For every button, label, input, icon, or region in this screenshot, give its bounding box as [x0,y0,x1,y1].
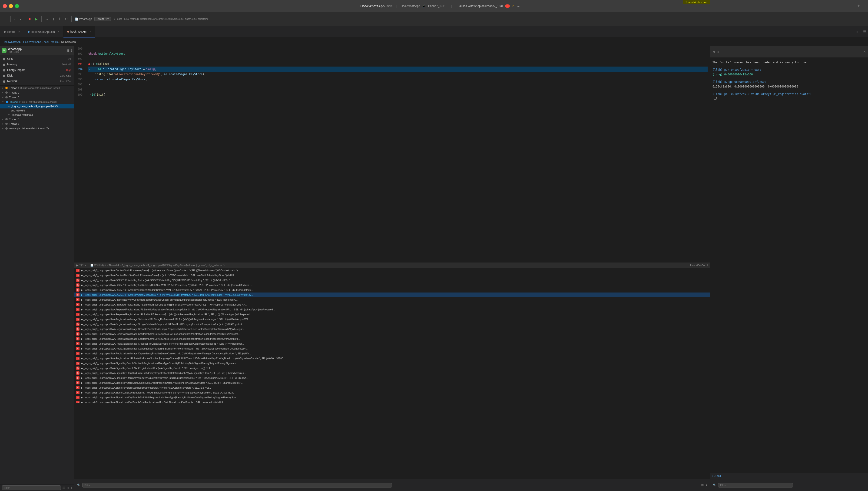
stack-item-18[interactable]: S ▶ _logos_orig$_ungrouped$WARegistratio… [74,351,710,356]
editor-filter-input[interactable] [82,483,392,488]
thread-3-item[interactable]: ▶ Thread 3 [0,95,74,99]
stack-frame-items[interactable]: S ▶ _logos_orig$_ungrouped$WAContextStat… [74,268,710,403]
stack-item-21[interactable]: S ▶ _logos_orig$_ungrouped$WASignalKeyBu… [74,366,710,371]
tab-close-reg[interactable]: ✕ [89,30,91,33]
thread-4-frame-1-num: 1 [8,109,9,112]
sidebar-filter-input[interactable] [2,485,61,490]
metric-energy[interactable]: ⬤ Energy Impact High [0,67,74,73]
console-toggle-btn[interactable]: ⊞ [717,50,719,54]
tab-close-control[interactable]: ✕ [18,30,20,33]
stack-item-3[interactable]: S ▶ _logos_orig$_ungrouped$WAEC25519Priv… [74,278,710,283]
stack-item-22[interactable]: S ▶ _logos_orig$_ungrouped$WASignalKeySt… [74,371,710,376]
stack-item-5[interactable]: S ▶ _logos_orig$_ungrouped$WAEC25519Priv… [74,288,710,292]
breadcrumb-hookwhatsapp[interactable]: HookWhatsApp [3,40,21,43]
metric-disk[interactable]: ⬤ Disk Zero KB/s [0,73,74,79]
stack-item-25[interactable]: S ▶ _logos_orig$_ungrouped$WASignalKeySt… [74,385,710,390]
maximize-button[interactable] [15,4,19,8]
thread-7-item[interactable]: ▶ com.apple.uikit.eventfetch-thread (7) [0,126,74,131]
process-info: WhatsApp PID 15800 [8,48,22,53]
stack-item-1[interactable]: S ▶ _logos_orig$_ungrouped$WAContextStat… [74,268,710,273]
minimize-button[interactable] [9,4,13,8]
nav-back-button[interactable]: ‹ [13,16,17,22]
tab-control[interactable]: control ✕ [0,26,24,37]
stack-item-14[interactable]: S ▶ _logos_orig$_ungrouped$WARegistratio… [74,331,710,337]
process-pause-button[interactable]: ⏸ [66,49,70,52]
stack-item-17[interactable]: S ▶ _logos_orig$_ungrouped$WARegistratio… [74,346,710,351]
eye-button[interactable]: 👁 [701,483,704,487]
thread-2-item[interactable]: ▶ Thread 2 [0,90,74,95]
step-out-button[interactable]: ⤴ [57,16,62,22]
stack-item-24[interactable]: S ▶ _logos_orig$_ungrouped$WASignalKeySt… [74,380,710,385]
breadcrumb-file[interactable]: hook_reg.xm [44,40,59,43]
console-input[interactable] [723,474,866,478]
sidebar-filter-icon-3[interactable]: + [70,486,72,490]
thread-4-frame-0[interactable]: 0 _logos_meta_method$_ungrouped$WASignal… [0,104,74,109]
metric-memory[interactable]: ⬤ Memory 36.6 MB [0,62,74,67]
thread-4-item[interactable]: ▼ Thread 4 Queue: net.whatsapp.crypto (s… [0,99,74,104]
debug-console: The "write" command has been loaded and … [710,58,868,471]
stack-item-27[interactable]: S ▶ _logos_orig$_ungrouped$WASignalLocal… [74,395,710,400]
close-button[interactable] [3,4,7,8]
breadcrumb-hookwhatsapp-2[interactable]: HookWhatsApp [23,40,41,43]
stack-item-6[interactable]: S ▶ _logos_orig$_ungrouped$WAEC25519Priv… [74,292,710,297]
stack-item-26[interactable]: S ▶ _logos_orig$_ungrouped$WASignalLocal… [74,390,710,395]
stack-item-20[interactable]: S ▶ _logos_orig$_ungrouped$WASignalKeyBu… [74,361,710,366]
code-container[interactable]: 390 391 392 393 394 395 396 397 398 399 … [74,46,710,262]
layout-button[interactable]: ☰ [861,26,868,37]
nav-fwd-button[interactable]: › [19,16,22,22]
info-button[interactable]: ℹ [706,483,707,487]
thread-4-frame-9[interactable]: 9 _pthread_wqthread [0,113,74,117]
stack-item-7[interactable]: S ▶ _logos_orig$_ungrouped$WAPhoneInputV… [74,297,710,302]
right-panel-hide-btn[interactable]: ✕ [863,50,866,54]
thread-7-expand-icon: ▶ [2,127,3,129]
play-button[interactable]: ▶ [33,16,39,22]
tab-close-xm[interactable]: ✕ [58,30,60,33]
stack-item-4[interactable]: S ▶ _logos_orig$_ungrouped$WAEC25519Priv… [74,283,710,288]
thread-select[interactable]: Thread 4 ▾ [94,17,111,21]
metric-cpu[interactable]: ⬤ CPU 0% [0,56,74,62]
sidebar-filter-icon-2[interactable]: ⊞ [66,486,69,490]
stack-item-15[interactable]: S ▶ _logos_orig$_ungrouped$WARegistratio… [74,337,710,341]
tab-hook-reg[interactable]: hook_reg.xm ✕ [63,26,95,37]
metric-network[interactable]: ⬤ Network Zero KB/s [0,79,74,84]
stack-item-11[interactable]: S ▶ _logos_orig$_ungrouped$WARegistratio… [74,317,710,322]
step-over-button[interactable]: ⤼ [44,16,50,22]
sidebar-toggle-button[interactable]: ☰ [2,16,8,22]
stack-icon-s-17: S [76,347,80,350]
stack-item-12[interactable]: S ▶ _logos_orig$_ungrouped$WARegistratio… [74,322,710,327]
stack-icon-s-25: S [76,386,80,389]
step-back-button[interactable]: ↩ [63,16,69,22]
stack-over-btn[interactable]: ⤼ [84,264,86,267]
stack-item-4-label: ▶ _logos_orig$_ungrouped$WAEC25519Privat… [81,284,252,286]
console-clear-btn[interactable]: 🗑 [712,50,715,54]
thread-1-item[interactable]: ▶ Thread 1 Queue: com.apple.main-thread … [0,86,74,90]
stop-button[interactable]: ■ [27,16,32,22]
stack-item-10[interactable]: S ▶ _logos_orig$_ungrouped$WAPreparedReg… [74,312,710,317]
process-info-button[interactable]: ℹ [71,49,72,52]
cloud-icon: ☁ [517,4,520,8]
thread-4-frame-1[interactable]: 1 sub_6307F8 [0,109,74,113]
stack-item-8[interactable]: S ▶ _logos_orig$_ungrouped$WAPreparedReg… [74,302,710,307]
sidebar-filter-icon-1[interactable]: ☰ [62,486,65,490]
step-in-button[interactable]: ⤵ [51,16,56,22]
add-button[interactable]: + [858,3,860,8]
stack-icon-s-16: S [76,342,80,345]
stack-item-13[interactable]: S ▶ _logos_orig$_ungrouped$WARegistratio… [74,327,710,331]
tab-hookwhatsapp-xm[interactable]: HookWhatsApp.xm ✕ [24,26,63,37]
process-name: WhatsApp [8,48,22,51]
code-394-type: id [98,66,101,72]
thread-5-item[interactable]: ▶ Thread 5 [0,117,74,121]
stack-item-16[interactable]: S ▶ _logos_orig$_ungrouped$WARegistratio… [74,341,710,346]
split-view-button[interactable]: ⊞ [855,26,861,37]
stack-item-2[interactable]: S ▶ _logos_orig$_ungrouped$WAContextMain… [74,273,710,278]
stack-step-btn[interactable]: ↺ [78,264,81,267]
file-tabs: control ✕ HookWhatsApp.xm ✕ hook_reg.xm … [0,26,868,38]
right-filter-input[interactable] [718,483,793,488]
stack-item-9[interactable]: S ▶ _logos_orig$_ungrouped$WAPreparedReg… [74,307,710,312]
stack-item-19[interactable]: S ▶ _logos_orig$_ungrouped$WARegistratio… [74,356,710,361]
stack-item-23[interactable]: S ▶ _logos_orig$_ungrouped$WASignalKeySt… [74,376,710,380]
thread-6-item[interactable]: ▶ Thread 6 [0,121,74,126]
minimize-window-button[interactable]: □ [863,3,865,8]
stack-play-btn[interactable]: ▶ [76,264,78,267]
stack-item-28[interactable]: S ▶ _logos_orig$_ungrouped$WASignalLocal… [74,400,710,403]
